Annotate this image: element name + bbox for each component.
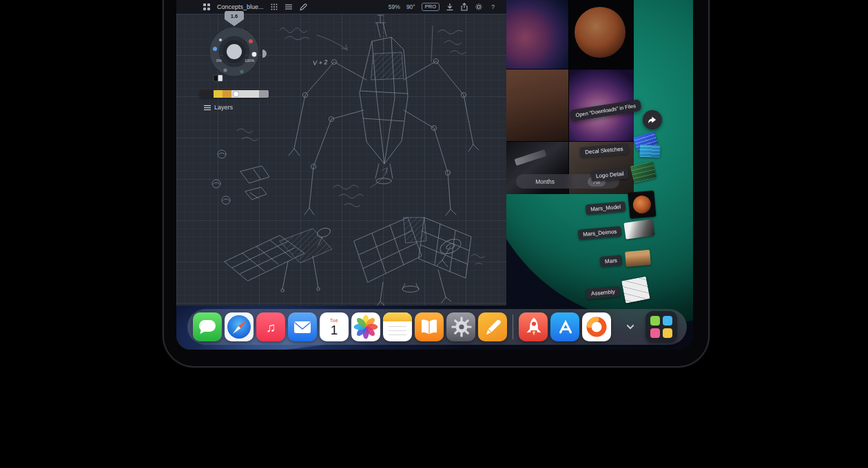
layers-label: Layers xyxy=(214,104,233,111)
color-swatch-bar[interactable] xyxy=(200,90,269,98)
appstore-a-icon xyxy=(550,312,579,341)
app-library-tile-blue xyxy=(663,316,672,326)
opacity-max-label: 100% xyxy=(245,58,254,63)
photo-tile-mars-surface[interactable] xyxy=(506,70,568,141)
dock-app-music[interactable]: ♫ xyxy=(256,312,285,341)
ipad-screen: Concepts_blue... 59% 90° PRO xyxy=(176,0,693,350)
dock-app-calendar[interactable]: Tue 1 xyxy=(320,312,349,341)
contrast-half-icon[interactable] xyxy=(262,50,267,58)
dock-divider xyxy=(513,315,513,339)
color-dot-green[interactable] xyxy=(240,70,243,73)
concepts-app-window: Concepts_blue... 59% 90° PRO xyxy=(176,0,506,306)
list-tool-icon[interactable] xyxy=(285,3,293,11)
dock-app-notes[interactable] xyxy=(383,312,412,341)
photo-tile-mars-globe[interactable] xyxy=(569,0,634,69)
swatch-marker[interactable] xyxy=(234,92,238,96)
dock-app-sketch[interactable] xyxy=(478,312,507,341)
photos-view-tabs: Months All xyxy=(516,174,619,189)
dock-app-photos[interactable] xyxy=(351,312,380,341)
import-icon[interactable] xyxy=(446,3,454,11)
color-dot-red[interactable] xyxy=(249,39,253,43)
dock-app-orange[interactable] xyxy=(582,312,611,341)
color-dot-blue[interactable] xyxy=(213,47,217,51)
orange-ring-icon xyxy=(582,312,611,341)
share-icon[interactable] xyxy=(460,3,468,11)
photos-app-window: Months All xyxy=(506,0,634,194)
calendar-day: 1 xyxy=(331,323,338,337)
dock-app-books[interactable] xyxy=(415,312,444,341)
sketch-annotation: V + 2 xyxy=(313,58,328,66)
tab-all[interactable]: All xyxy=(588,177,605,187)
swatch-yellow[interactable] xyxy=(214,90,223,98)
app-library-tile-pink xyxy=(650,328,660,338)
swatch-amber[interactable] xyxy=(223,90,231,98)
brush-size-value: 1.6 xyxy=(231,13,238,19)
dock: ♫ Tue 1 xyxy=(187,309,687,345)
pro-badge[interactable]: PRO xyxy=(422,3,440,11)
photos-flower-icon xyxy=(351,312,380,341)
opacity-min-label: 0% xyxy=(216,58,222,63)
dock-app-settings[interactable] xyxy=(446,312,475,341)
photo-tile-pink-nebula[interactable] xyxy=(506,0,568,69)
photo-tile-orion-nebula[interactable] xyxy=(569,70,634,141)
music-note-icon: ♫ xyxy=(266,321,276,334)
ipad-device-frame: Concepts_blue... 59% 90° PRO xyxy=(163,0,710,368)
wheel-center-knob[interactable] xyxy=(227,44,242,59)
layers-menu-icon xyxy=(204,105,211,111)
pen-tool-icon[interactable] xyxy=(299,3,307,11)
photos-grid xyxy=(506,0,634,194)
dock-app-safari[interactable] xyxy=(225,312,254,341)
dock-app-messages[interactable] xyxy=(193,312,222,341)
dock-collapse-chevron[interactable] xyxy=(622,319,639,335)
rocket-icon xyxy=(519,312,548,341)
tab-months[interactable]: Months xyxy=(530,177,560,187)
app-library-icon[interactable] xyxy=(645,311,677,343)
pencil-icon xyxy=(478,312,507,341)
gear-icon xyxy=(446,312,475,341)
dock-recent-apps xyxy=(519,312,611,341)
rotation-angle[interactable]: 90° xyxy=(406,3,415,10)
app-library-tile-green xyxy=(650,316,660,326)
brush-wheel[interactable]: 1.6 1.6 pts 0% 100% xyxy=(193,9,276,98)
swatch-gray[interactable] xyxy=(259,90,269,98)
color-dot-white[interactable] xyxy=(252,52,257,57)
scene: Concepts_blue... 59% 90° PRO xyxy=(0,0,868,468)
layers-panel-toggle[interactable]: Layers xyxy=(204,104,233,111)
color-dot-gray[interactable] xyxy=(223,68,227,72)
settings-gear-icon[interactable] xyxy=(475,3,483,11)
dock-app-appstore[interactable] xyxy=(550,312,579,341)
envelope-icon xyxy=(288,312,317,341)
help-button[interactable]: ? xyxy=(489,3,497,10)
active-swatch-pair[interactable] xyxy=(214,75,223,81)
calendar-weekday: Tue xyxy=(330,318,338,323)
dock-pinned-apps: ♫ Tue 1 xyxy=(193,312,507,341)
open-book-icon xyxy=(415,312,444,341)
dock-app-rocket[interactable] xyxy=(519,312,548,341)
color-dot-light[interactable] xyxy=(219,39,222,41)
swatch-charcoal[interactable] xyxy=(200,90,214,98)
dock-app-mail[interactable] xyxy=(288,312,317,341)
chevron-down-icon xyxy=(623,320,637,334)
message-bubble-icon xyxy=(199,320,216,332)
app-library-tile-yellow xyxy=(663,328,672,338)
zoom-level[interactable]: 59% xyxy=(389,3,400,10)
